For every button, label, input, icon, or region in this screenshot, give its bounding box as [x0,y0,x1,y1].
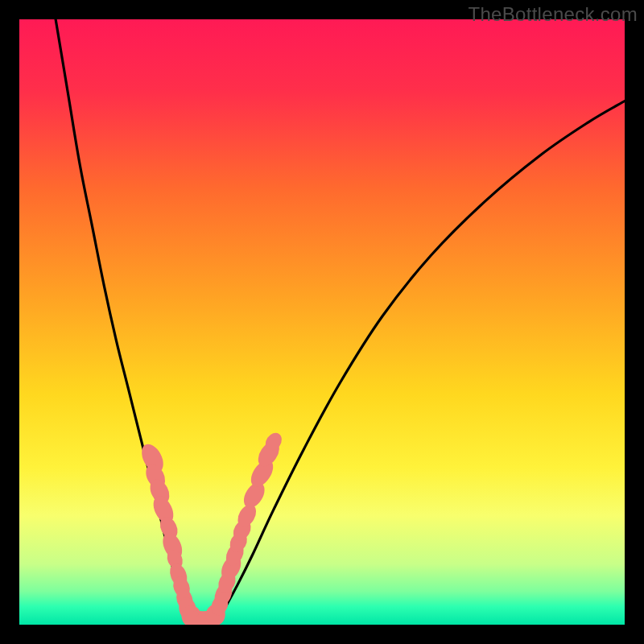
stage: TheBottleneck.com [0,0,644,644]
curve-path [56,19,625,625]
watermark-text: TheBottleneck.com [468,3,638,26]
scatter-dots [138,430,285,625]
plot-area [19,19,625,625]
curve-layer [19,19,625,625]
bottleneck-curve [56,19,625,625]
